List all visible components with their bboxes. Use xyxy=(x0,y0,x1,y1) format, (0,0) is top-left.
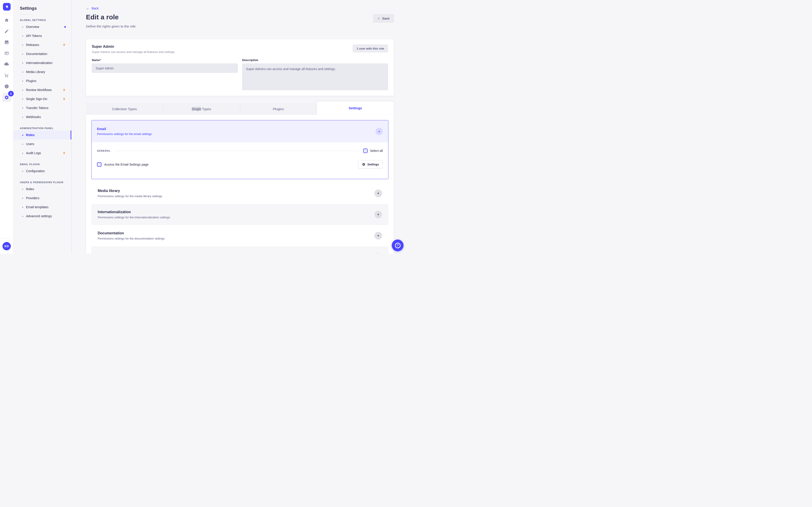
sidebar-item-advanced-settings[interactable]: •Advanced settings xyxy=(13,212,71,221)
sidebar-item-documentation[interactable]: •Documentation xyxy=(13,49,71,58)
email-panel-header[interactable]: Email Permissions settings for the email… xyxy=(92,120,388,142)
sidebar-item-audit-logs[interactable]: •Audit Logs xyxy=(13,149,71,158)
expand-chevron-button[interactable]: ▼ xyxy=(374,211,382,218)
sidebar-item-media-library[interactable]: •Media Library xyxy=(13,67,71,76)
cloud-icon[interactable] xyxy=(2,60,11,69)
sidebar-item-api-tokens[interactable]: •API Tokens xyxy=(13,31,71,40)
sidebar-item-roles[interactable]: •Roles xyxy=(13,130,71,139)
permission-panel-internationalization[interactable]: InternationalizationPermissions settings… xyxy=(91,204,389,225)
sidebar-item-transfer-tokens[interactable]: •Transfer Tokens xyxy=(13,103,71,112)
bullet-icon: • xyxy=(22,215,23,218)
tab-collection-types[interactable]: Collection Types xyxy=(86,103,163,115)
check-icon: ✓ xyxy=(377,17,380,20)
sidebar-item-releases[interactable]: •Releases xyxy=(13,40,71,49)
email-panel-title: Email xyxy=(97,127,152,131)
help-button[interactable]: ? xyxy=(392,239,404,251)
back-label: Back xyxy=(92,6,99,10)
sidebar-sections: GLOBAL SETTINGS•Overview•API Tokens•Rele… xyxy=(13,19,71,221)
bullet-icon: • xyxy=(22,97,23,101)
sidebar-section-label: USERS & PERMISSIONS PLUGIN xyxy=(13,181,71,184)
expand-chevron-button[interactable]: ▼ xyxy=(374,189,382,197)
panel-subtitle: Permissions settings for the Internation… xyxy=(98,216,170,219)
back-link[interactable]: ← Back xyxy=(86,6,99,10)
strapi-logo-glyph xyxy=(4,4,9,9)
page-title: Edit a role xyxy=(86,13,119,21)
bullet-icon: • xyxy=(22,88,23,92)
information-icon[interactable] xyxy=(2,82,11,91)
bullet-icon: • xyxy=(22,43,23,47)
sidebar-item-label: Review Workflows xyxy=(26,88,52,92)
content-type-builder-icon[interactable] xyxy=(2,49,11,58)
tab-single-types[interactable]: Single Types xyxy=(163,103,240,115)
expand-chevron-button[interactable]: ▼ xyxy=(374,232,382,239)
home-icon[interactable] xyxy=(2,15,11,24)
settings-gear-icon[interactable]: 1 xyxy=(2,93,11,102)
sidebar-item-label: Email templates xyxy=(26,205,49,209)
sidebar-section-email-plugin: EMAIL PLUGIN•Configuration xyxy=(13,163,71,175)
sidebar-item-providers[interactable]: •Providers xyxy=(13,193,71,203)
email-panel-body: GENERAL Select all Access the Email Sett… xyxy=(92,142,388,179)
expand-chevron-button[interactable]: ▼ xyxy=(374,253,382,253)
permission-panel-media-library[interactable]: Media libraryPermissions settings for th… xyxy=(91,183,389,204)
page-subtitle: Define the rights given to the role xyxy=(86,24,136,28)
tab-settings[interactable]: Settings xyxy=(317,101,394,115)
permissions-content-card: Email Permissions settings for the email… xyxy=(86,115,394,253)
panel-title: Internationalization xyxy=(98,210,170,214)
media-library-icon[interactable] xyxy=(2,38,11,47)
bullet-icon: • xyxy=(22,133,23,137)
sidebar-section-administration-panel: ADMINISTRATION PANEL•Roles•Users•Audit L… xyxy=(13,127,71,158)
email-settings-button[interactable]: Settings xyxy=(358,160,383,169)
sidebar-item-label: Internationalization xyxy=(26,61,53,65)
sidebar-item-label: Media Library xyxy=(26,70,45,74)
sidebar-item-plugins[interactable]: •Plugins xyxy=(13,76,71,86)
name-input[interactable] xyxy=(92,64,238,73)
sidebar-item-review-workflows[interactable]: •Review Workflows xyxy=(13,86,71,95)
bullet-icon: • xyxy=(22,70,23,74)
bullet-icon: • xyxy=(22,143,23,146)
collapsed-permission-panels: Media libraryPermissions settings for th… xyxy=(91,183,389,253)
marketplace-cart-icon[interactable] xyxy=(2,71,11,80)
sidebar-item-configuration[interactable]: •Configuration xyxy=(13,167,71,175)
email-settings-button-label: Settings xyxy=(367,163,379,166)
select-all-checkbox[interactable] xyxy=(363,149,368,153)
lightning-bolt-icon xyxy=(62,151,66,155)
permission-panel-plugins-and-marketplace[interactable]: Plugins and marketplace▼ xyxy=(91,246,389,253)
notification-dot xyxy=(64,26,66,28)
bullet-icon: • xyxy=(22,169,23,173)
checkmark-icon xyxy=(364,150,367,152)
strapi-logo[interactable] xyxy=(3,3,11,11)
sidebar-item-single-sign-on[interactable]: •Single Sign-On xyxy=(13,95,71,103)
user-avatar[interactable]: KD xyxy=(2,242,11,250)
tab-plugins[interactable]: Plugins xyxy=(240,103,317,115)
question-mark-icon: ? xyxy=(395,243,401,248)
main-content: ← Back ✓ Save Edit a role Define the rig… xyxy=(71,0,406,253)
role-name-heading: Super Admin xyxy=(92,45,175,49)
access-email-settings-label: Access the Email Settings page xyxy=(104,163,149,166)
sidebar-item-internationalization[interactable]: •Internationalization xyxy=(13,58,71,67)
panel-title: Documentation xyxy=(98,231,165,235)
sidebar-item-webhooks[interactable]: •Webhooks xyxy=(13,112,71,121)
sidebar-item-users[interactable]: •Users xyxy=(13,139,71,149)
sidebar-item-roles[interactable]: •Roles xyxy=(13,184,71,193)
sidebar-item-label: Webhooks xyxy=(26,115,41,119)
name-label: Name* xyxy=(92,58,238,62)
sidebar-item-overview[interactable]: •Overview xyxy=(13,22,71,31)
sidebar-item-label: Releases xyxy=(26,43,39,47)
sidebar-item-label: Users xyxy=(26,142,34,146)
description-textarea[interactable]: Super Admins can access and manage all f… xyxy=(242,64,388,90)
users-with-role-button[interactable]: 1 user with this role xyxy=(353,45,388,52)
collapse-chevron-button[interactable]: ▲ xyxy=(375,128,383,135)
access-email-settings-checkbox[interactable] xyxy=(97,162,101,167)
description-field-group: Description Super Admins can access and … xyxy=(242,58,388,91)
sidebar-section-label: GLOBAL SETTINGS xyxy=(13,19,71,21)
sidebar-item-label: API Tokens xyxy=(26,34,42,38)
back-arrow-icon: ← xyxy=(86,6,90,10)
content-manager-feather-icon[interactable] xyxy=(2,26,11,36)
sidebar-item-label: Roles xyxy=(26,187,34,191)
permission-panel-documentation[interactable]: DocumentationPermissions settings for th… xyxy=(91,225,389,246)
sidebar-section-users-permissions-plugin: USERS & PERMISSIONS PLUGIN•Roles•Provide… xyxy=(13,181,71,221)
bullet-icon: • xyxy=(22,206,23,209)
save-button[interactable]: ✓ Save xyxy=(373,14,394,22)
sidebar-item-email-templates[interactable]: •Email templates xyxy=(13,203,71,212)
bullet-icon: • xyxy=(22,115,23,119)
